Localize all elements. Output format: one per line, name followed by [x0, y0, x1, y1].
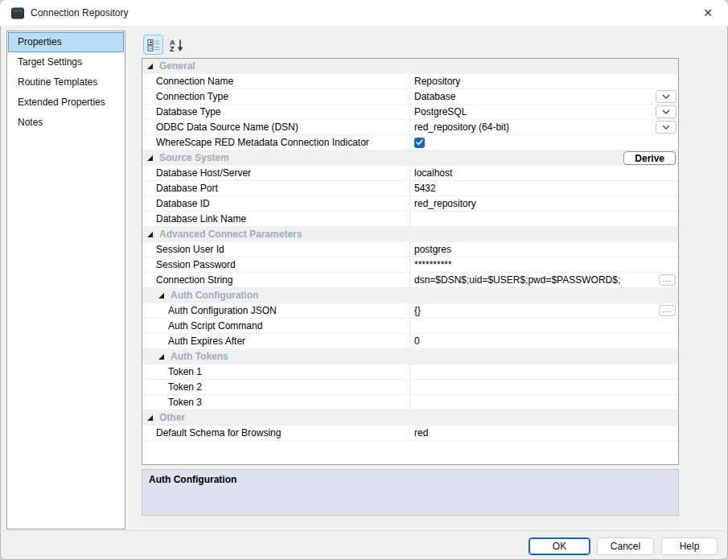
expander-icon[interactable] — [158, 293, 164, 299]
app-icon — [11, 7, 24, 19]
property-name: Auth Expires After — [142, 334, 409, 348]
property-value-text: localhost — [414, 166, 452, 180]
sidebar-item-target-settings[interactable]: Target Settings — [8, 52, 124, 72]
property-name: Auth Script Command — [142, 319, 409, 333]
property-value[interactable] — [409, 395, 678, 410]
property-name: ODBC Data Source Name (DSN) — [142, 120, 409, 134]
property-name: Token 2 — [142, 380, 409, 394]
property-name: Connection String — [142, 273, 409, 287]
property-value[interactable]: {}... — [409, 303, 678, 318]
sort-alphabetical-icon[interactable]: A Z — [167, 35, 187, 55]
property-name: Session Password — [142, 257, 409, 272]
property-row-token-3: Token 3 — [142, 395, 678, 410]
property-row-default-schema-for-browsing: Default Schema for Browsingred — [142, 426, 678, 441]
property-value[interactable]: red_repository (64-bit) — [409, 120, 678, 134]
property-row-odbc-data-source-name-dsn: ODBC Data Source Name (DSN)red_repositor… — [142, 120, 678, 135]
title-bar[interactable]: Connection Repository ✕ — [0, 0, 728, 26]
property-row-auth-expires-after: Auth Expires After0 — [142, 334, 678, 349]
expander-icon[interactable] — [147, 155, 153, 161]
property-value[interactable] — [409, 212, 678, 226]
property-value-text: Repository — [414, 74, 460, 89]
property-value[interactable] — [409, 135, 678, 150]
property-row-auth-script-command: Auth Script Command — [142, 319, 678, 334]
property-value-text: postgres — [414, 242, 451, 257]
property-name: Database Port — [142, 181, 409, 196]
category-label: Source System — [142, 150, 229, 165]
category-row-source-system[interactable]: Source SystemDerive — [142, 150, 678, 166]
property-row-token-2: Token 2 — [142, 380, 678, 395]
ellipsis-button[interactable]: ... — [659, 305, 676, 316]
property-row-connection-name: Connection NameRepository — [142, 74, 678, 89]
property-grid: GeneralConnection NameRepositoryConnecti… — [142, 58, 679, 465]
property-row-database-id: Database IDred_repository — [142, 196, 678, 212]
property-value-text: ********** — [414, 257, 452, 272]
expander-icon[interactable] — [147, 232, 153, 237]
ellipsis-button[interactable]: ... — [659, 274, 676, 286]
category-row-auth-configuration[interactable]: Auth Configuration — [142, 288, 678, 303]
property-value[interactable] — [409, 319, 678, 333]
ok-button[interactable]: OK — [529, 537, 590, 555]
property-value[interactable] — [409, 364, 678, 379]
derive-button[interactable]: Derive — [623, 151, 676, 165]
categorized-view-icon[interactable] — [143, 35, 163, 55]
sidebar-item-routine-templates[interactable]: Routine Templates — [8, 72, 124, 93]
svg-text:Z: Z — [170, 45, 175, 52]
category-row-general[interactable]: General — [142, 59, 678, 74]
expander-icon[interactable] — [158, 354, 164, 360]
category-label: Auth Tokens — [142, 349, 228, 364]
property-name: WhereScape RED Metadata Connection Indic… — [142, 135, 409, 150]
property-name: Default Schema for Browsing — [142, 426, 409, 440]
property-value-text: red_repository (64-bit) — [414, 120, 509, 134]
property-row-database-type: Database TypePostgreSQL — [142, 105, 678, 120]
property-row-connection-type: Connection TypeDatabase — [142, 89, 678, 105]
property-row-database-link-name: Database Link Name — [142, 212, 678, 227]
property-value[interactable]: red_repository — [409, 196, 678, 211]
property-row-database-port: Database Port5432 — [142, 181, 678, 196]
category-row-auth-tokens[interactable]: Auth Tokens — [142, 349, 678, 364]
close-button[interactable]: ✕ — [694, 2, 722, 24]
cancel-button[interactable]: Cancel — [597, 537, 654, 555]
property-row-session-password: Session Password********** — [142, 257, 678, 273]
property-row-database-host-server: Database Host/Serverlocalhost — [142, 166, 678, 181]
property-row-session-user-id: Session User Idpostgres — [142, 242, 678, 257]
expander-icon[interactable] — [147, 415, 153, 421]
property-name: Connection Type — [142, 89, 409, 104]
sidebar-item-notes[interactable]: Notes — [8, 113, 124, 133]
help-button[interactable]: Help — [661, 537, 718, 555]
property-name: Token 3 — [142, 395, 409, 410]
category-row-advanced-connect-parameters[interactable]: Advanced Connect Parameters — [142, 227, 678, 242]
property-name: Database Type — [142, 105, 409, 119]
dropdown-button[interactable] — [656, 105, 677, 118]
property-row-wherescape-red-metadata-connection-indicator: WhereScape RED Metadata Connection Indic… — [142, 135, 678, 150]
property-value-text: 5432 — [414, 181, 436, 196]
property-value[interactable]: 0 — [409, 334, 678, 348]
property-value-text: PostgreSQL — [414, 105, 467, 119]
property-name: Connection Name — [142, 74, 409, 89]
property-value-text: red — [414, 426, 428, 440]
property-value[interactable] — [409, 380, 678, 394]
dropdown-button[interactable] — [656, 121, 677, 134]
connection-repository-dialog: Connection Repository ✕ PropertiesTarget… — [0, 0, 728, 560]
property-value[interactable]: ********** — [409, 257, 678, 272]
expander-icon[interactable] — [147, 64, 153, 69]
property-name: Database Host/Server — [142, 166, 409, 180]
property-value[interactable]: localhost — [409, 166, 678, 180]
property-value[interactable]: PostgreSQL — [409, 105, 678, 119]
sidebar-item-properties[interactable]: Properties — [8, 32, 124, 52]
sidebar-item-extended-properties[interactable]: Extended Properties — [8, 93, 124, 113]
description-title: Auth Configuration — [149, 474, 672, 485]
property-name: Database ID — [142, 196, 409, 211]
dropdown-button[interactable] — [656, 90, 677, 103]
category-row-other[interactable]: Other — [142, 410, 678, 426]
window-title: Connection Repository — [31, 0, 128, 26]
property-value[interactable]: postgres — [409, 242, 678, 257]
property-value[interactable]: red — [409, 426, 678, 440]
footer-divider — [0, 530, 728, 531]
property-value[interactable]: Database — [409, 89, 678, 104]
property-name: Database Link Name — [142, 212, 409, 226]
property-value[interactable]: dsn=$DSN$;uid=$USER$;pwd=$PASSWORD$;... — [409, 273, 678, 287]
checkbox-checked-icon[interactable] — [414, 138, 425, 148]
property-value[interactable]: Repository — [409, 74, 678, 89]
property-value[interactable]: 5432 — [409, 181, 678, 196]
property-value-text: 0 — [414, 334, 420, 348]
